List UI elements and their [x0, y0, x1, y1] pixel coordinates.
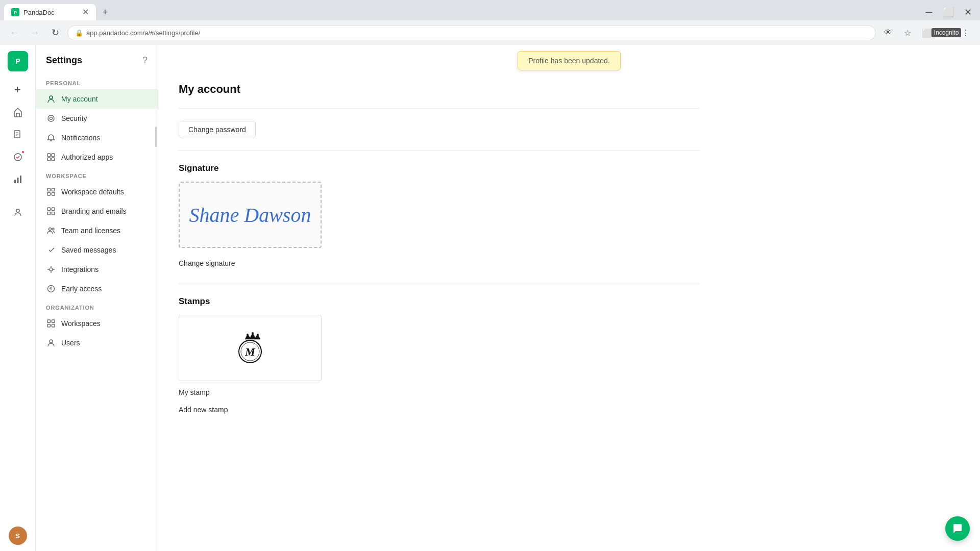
- workspace-defaults-label: Workspace defaults: [61, 188, 124, 196]
- nav-item-branding-emails[interactable]: Branding and emails: [36, 202, 158, 221]
- change-password-section: Change password: [179, 108, 699, 138]
- browser-tab-pandadoc[interactable]: P PandaDoc ✕: [4, 4, 96, 20]
- svg-rect-31: [47, 324, 51, 328]
- svg-rect-13: [47, 154, 51, 157]
- nav-item-authorized-apps[interactable]: Authorized apps: [36, 147, 158, 167]
- settings-title: Settings: [46, 55, 82, 66]
- home-nav-button[interactable]: [8, 102, 28, 122]
- svg-point-10: [50, 96, 53, 99]
- svg-rect-29: [47, 320, 51, 323]
- security-icon: [46, 113, 56, 123]
- change-signature-button[interactable]: Change signature: [179, 255, 235, 271]
- tab-close-button[interactable]: ✕: [82, 8, 89, 16]
- change-password-button[interactable]: Change password: [179, 121, 256, 138]
- svg-rect-16: [52, 158, 55, 161]
- chat-widget-button[interactable]: [945, 516, 970, 541]
- forward-button[interactable]: →: [27, 24, 43, 41]
- bookmark-icon[interactable]: ☆: [899, 24, 916, 41]
- svg-rect-8: [20, 176, 21, 183]
- svg-rect-21: [47, 208, 51, 211]
- personal-section-label: PERSONAL: [36, 74, 158, 89]
- svg-text:P: P: [15, 57, 20, 65]
- success-toast: Profile has been updated.: [518, 51, 621, 70]
- close-window-button[interactable]: ✕: [960, 4, 976, 20]
- svg-point-25: [49, 228, 52, 231]
- svg-point-41: [253, 340, 255, 342]
- browser-controls: ← → ↻ 🔒 app.pandadoc.com/a/#/settings/pr…: [0, 20, 980, 45]
- add-new-button[interactable]: +: [8, 80, 28, 100]
- page-header: My account: [179, 70, 699, 104]
- saved-messages-icon: [46, 245, 56, 255]
- avatar-initials: S: [15, 532, 20, 540]
- app-container: P + S Settings ?: [0, 45, 980, 551]
- restore-button[interactable]: ⬜: [940, 4, 957, 20]
- svg-rect-18: [52, 188, 55, 191]
- app-logo[interactable]: P: [8, 51, 28, 71]
- menu-button[interactable]: ⋮: [958, 24, 974, 41]
- address-bar[interactable]: 🔒 app.pandadoc.com/a/#/settings/profile/: [67, 26, 876, 40]
- workspace-section-label: WORKSPACE: [36, 167, 158, 182]
- nav-item-my-account[interactable]: My account: [36, 89, 158, 109]
- branding-emails-icon: [46, 206, 56, 216]
- notifications-label: Notifications: [61, 134, 100, 142]
- nav-item-workspace-defaults[interactable]: Workspace defaults: [36, 182, 158, 202]
- workspace-defaults-icon: [46, 187, 56, 197]
- users-label: Users: [61, 339, 80, 347]
- nav-item-team-licenses[interactable]: Team and licenses: [36, 221, 158, 240]
- minimize-button[interactable]: ─: [921, 4, 937, 20]
- settings-header: Settings ?: [36, 45, 158, 74]
- signature-box[interactable]: Shane Dawson: [179, 182, 322, 248]
- user-avatar[interactable]: S: [9, 527, 27, 545]
- svg-point-34: [247, 334, 249, 336]
- page-title: My account: [179, 83, 699, 96]
- nav-item-integrations[interactable]: Integrations: [36, 260, 158, 279]
- notification-dot: [21, 150, 25, 154]
- signature-section-title: Signature: [179, 163, 699, 173]
- svg-point-9: [16, 209, 19, 212]
- my-account-label: My account: [61, 95, 98, 103]
- sidebar-bottom: S: [9, 527, 27, 545]
- my-stamp-label: My stamp: [179, 388, 699, 396]
- nav-item-saved-messages[interactable]: Saved messages: [36, 240, 158, 260]
- contacts-nav-button[interactable]: [8, 202, 28, 222]
- team-licenses-icon: [46, 226, 56, 236]
- url-text: app.pandadoc.com/a/#/settings/profile/: [86, 29, 200, 37]
- svg-text:P: P: [14, 10, 17, 15]
- svg-point-11: [48, 115, 54, 121]
- add-new-stamp-button[interactable]: Add new stamp: [179, 402, 228, 418]
- activity-nav-button[interactable]: [8, 147, 28, 167]
- branding-emails-label: Branding and emails: [61, 207, 127, 215]
- toast-container: Profile has been updated.: [158, 45, 980, 70]
- reload-button[interactable]: ↻: [47, 24, 63, 41]
- tab-title: PandaDoc: [23, 9, 78, 16]
- nav-item-security[interactable]: Security: [36, 109, 158, 128]
- nav-item-notifications[interactable]: Notifications: [36, 128, 158, 147]
- svg-point-26: [52, 228, 54, 230]
- early-access-label: Early access: [61, 285, 102, 293]
- incognito-label: Incognito: [932, 28, 962, 37]
- svg-point-36: [257, 334, 259, 336]
- svg-rect-7: [17, 178, 18, 183]
- help-icon[interactable]: ?: [142, 55, 148, 66]
- svg-rect-23: [47, 212, 51, 215]
- svg-rect-24: [52, 212, 55, 215]
- main-content-inner: My account Change password Signature Sha…: [158, 70, 720, 448]
- profile-icon[interactable]: Incognito: [938, 24, 954, 41]
- nav-item-early-access[interactable]: Early access: [36, 279, 158, 298]
- integrations-icon: [46, 264, 56, 274]
- nav-item-users[interactable]: Users: [36, 333, 158, 353]
- svg-point-27: [50, 268, 53, 271]
- stamp-box[interactable]: M: [179, 315, 322, 381]
- new-tab-button[interactable]: +: [98, 5, 112, 19]
- security-label: Security: [61, 114, 87, 122]
- team-licenses-label: Team and licenses: [61, 227, 120, 235]
- documents-nav-button[interactable]: [8, 124, 28, 145]
- nav-item-workspaces[interactable]: Workspaces: [36, 314, 158, 333]
- svg-point-40: [246, 340, 248, 342]
- analytics-nav-button[interactable]: [8, 169, 28, 190]
- back-button[interactable]: ←: [6, 24, 22, 41]
- notifications-icon: [46, 133, 56, 143]
- users-icon: [46, 338, 56, 348]
- eye-slash-icon[interactable]: 👁: [880, 24, 896, 41]
- saved-messages-label: Saved messages: [61, 246, 116, 254]
